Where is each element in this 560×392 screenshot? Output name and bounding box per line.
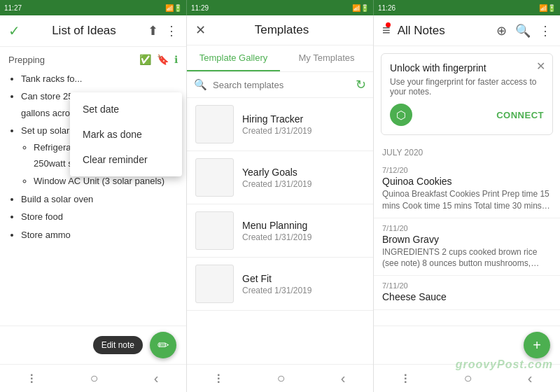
nav-recent-icon[interactable]: ⫶ <box>388 369 423 388</box>
nav-home-icon[interactable]: ○ <box>76 369 113 388</box>
note-preview: INGREDIENTS 2 cups cooked brown rice (se… <box>382 246 552 270</box>
edit-fab-button[interactable]: ✏ <box>150 332 176 358</box>
bookmark-icon[interactable]: 🔖 <box>157 54 169 65</box>
context-menu-item-clear-reminder[interactable]: Clear reminder <box>70 147 182 172</box>
time-3: 11:26 <box>378 4 396 12</box>
panel1-content: Prepping ✅ 🔖 ℹ Tank racks fo... Can stor… <box>0 47 186 326</box>
template-thumb <box>195 158 234 197</box>
template-name: Get Fit <box>242 273 312 284</box>
template-info: Yearly Goals Created 1/31/2019 <box>242 167 312 189</box>
template-info: Get Fit Created 1/31/2019 <box>242 273 312 295</box>
status-icons-3: 📶🔋 <box>539 4 556 12</box>
context-menu-item-set-date[interactable]: Set date <box>70 97 182 122</box>
add-note-fab-button[interactable]: + <box>524 332 550 358</box>
notes-section-july: JULY 2020 7/12/20 Quinoa Cookies Quinoa … <box>374 142 560 310</box>
panel1-title: List of Ideas <box>52 24 116 38</box>
panel1-header-icons: ⬆ ⋮ <box>148 23 178 38</box>
fp-close-button[interactable]: ✕ <box>536 59 545 73</box>
panel1-footer: Edit note ✏ <box>0 326 186 364</box>
panel2-nav-bar: ⫶ ○ ‹ <box>187 364 373 392</box>
status-bar-panel-1: 11:27 📶🔋 <box>0 0 186 15</box>
tab-my-templates[interactable]: My Templates <box>280 46 373 71</box>
close-icon[interactable]: ✕ <box>195 22 206 38</box>
template-item-hiring[interactable]: Hiring Tracker Created 1/31/2019 <box>187 98 373 151</box>
note-title: Brown Gravy <box>382 234 552 245</box>
list-item: Build a solar oven <box>21 191 178 207</box>
template-date: Created 1/31/2019 <box>242 126 312 136</box>
section-label-text: Prepping <box>8 55 45 65</box>
nav-recent-icon[interactable]: ⫶ <box>14 369 49 388</box>
note-entry-quinoa[interactable]: 7/12/20 Quinoa Cookies Quinoa Breakfast … <box>374 160 560 218</box>
context-menu-item-mark-done[interactable]: Mark as done <box>70 122 182 147</box>
tab-template-gallery[interactable]: Template Gallery <box>187 46 280 71</box>
edit-note-label: Edit note <box>93 336 143 354</box>
template-info: Hiring Tracker Created 1/31/2019 <box>242 113 312 136</box>
nav-home-icon[interactable]: ○ <box>450 369 486 388</box>
plus-circle-icon[interactable]: ⊕ <box>496 23 507 38</box>
note-entry-cheese-sauce[interactable]: 7/11/20 Cheese Sauce <box>374 276 560 310</box>
panel3-footer: + <box>374 326 560 364</box>
template-name: Yearly Goals <box>242 167 312 178</box>
note-entry-brown-gravy[interactable]: 7/11/20 Brown Gravy INGREDIENTS 2 cups c… <box>374 218 560 276</box>
fp-description: Use your fingerprint for faster access t… <box>390 77 544 97</box>
panel1-nav-bar: ⫶ ○ ‹ <box>0 364 186 392</box>
fingerprint-icon[interactable]: ⬡ <box>390 104 412 126</box>
template-list: Hiring Tracker Created 1/31/2019 Yearly … <box>187 98 373 364</box>
panel2-title: Templates <box>213 23 351 37</box>
template-search-row: 🔍 ↻ <box>187 72 373 98</box>
refresh-icon[interactable]: ↻ <box>356 77 366 92</box>
nav-recent-icon[interactable]: ⫶ <box>201 369 236 388</box>
more-vert-icon[interactable]: ⋮ <box>165 23 178 38</box>
template-thumb <box>195 265 234 303</box>
main-content: ✓ List of Ideas ⬆ ⋮ Prepping ✅ 🔖 ℹ Tank … <box>0 15 560 392</box>
fp-footer: ⬡ CONNECT <box>390 104 544 126</box>
template-item-menu[interactable]: Menu Planning Created 1/31/2019 <box>187 204 373 258</box>
template-item-yearly[interactable]: Yearly Goals Created 1/31/2019 <box>187 151 373 204</box>
note-title: Quinoa Cookies <box>382 176 552 187</box>
template-thumb <box>195 105 234 144</box>
status-icons-1: 📶🔋 <box>165 4 182 12</box>
status-bar: 11:27 📶🔋 11:29 📶🔋 11:26 📶🔋 <box>0 0 560 15</box>
note-date: 7/11/20 <box>382 224 552 232</box>
list-item: Store ammo <box>21 227 178 243</box>
status-icons-2: 📶🔋 <box>352 4 369 12</box>
panel-list-of-ideas: ✓ List of Ideas ⬆ ⋮ Prepping ✅ 🔖 ℹ Tank … <box>0 15 187 392</box>
checkmark-icon[interactable]: ✓ <box>8 22 20 39</box>
panel2-header: ✕ Templates <box>187 15 373 46</box>
panel3-nav-bar: ⫶ ○ ‹ <box>374 364 560 392</box>
template-name: Menu Planning <box>242 220 312 231</box>
more-vert-icon[interactable]: ⋮ <box>539 23 552 38</box>
panel-all-notes: ≡ All Notes ⊕ 🔍 ⋮ ✕ Unlock with fingerpr… <box>374 15 560 392</box>
status-bar-panel-3: 11:26 📶🔋 <box>374 0 560 15</box>
list-item: Store food <box>21 209 178 225</box>
fingerprint-card: ✕ Unlock with fingerprint Use your finge… <box>381 53 553 135</box>
check-circle-icon[interactable]: ✅ <box>139 54 151 65</box>
template-date: Created 1/31/2019 <box>242 179 312 189</box>
template-item-getfit[interactable]: Get Fit Created 1/31/2019 <box>187 258 373 311</box>
template-date: Created 1/31/2019 <box>242 232 312 242</box>
template-date: Created 1/31/2019 <box>242 286 312 295</box>
search-input[interactable] <box>213 80 350 90</box>
share-icon[interactable]: ⬆ <box>148 23 158 38</box>
search-icon: 🔍 <box>194 78 207 91</box>
nav-home-icon[interactable]: ○ <box>263 369 300 388</box>
search-icon[interactable]: 🔍 <box>515 23 531 38</box>
fp-connect-button[interactable]: CONNECT <box>496 110 544 120</box>
panel3-header-icons: ⊕ 🔍 ⋮ <box>496 23 552 38</box>
nav-back-icon[interactable]: ‹ <box>140 369 173 388</box>
note-preview: Quinoa Breakfast Cookies Print Prep time… <box>382 188 552 212</box>
context-menu: Set date Mark as done Clear reminder <box>70 92 182 176</box>
status-bar-panel-2: 11:29 📶🔋 <box>186 0 374 15</box>
note-title: Cheese Sauce <box>382 291 552 302</box>
nav-back-icon[interactable]: ‹ <box>327 369 360 388</box>
info-icon[interactable]: ℹ <box>174 54 178 65</box>
hamburger-icon[interactable]: ≡ <box>382 22 391 38</box>
fp-title: Unlock with fingerprint <box>390 62 544 74</box>
templates-tabs: Template Gallery My Templates <box>187 46 373 72</box>
panel3-header: ≡ All Notes ⊕ 🔍 ⋮ <box>374 15 560 46</box>
section-label: Prepping ✅ 🔖 ℹ <box>8 54 178 65</box>
note-date: 7/12/20 <box>382 166 552 174</box>
nav-back-icon[interactable]: ‹ <box>514 369 547 388</box>
panel3-title: All Notes <box>398 24 489 38</box>
panel1-header: ✓ List of Ideas ⬆ ⋮ <box>0 15 186 47</box>
